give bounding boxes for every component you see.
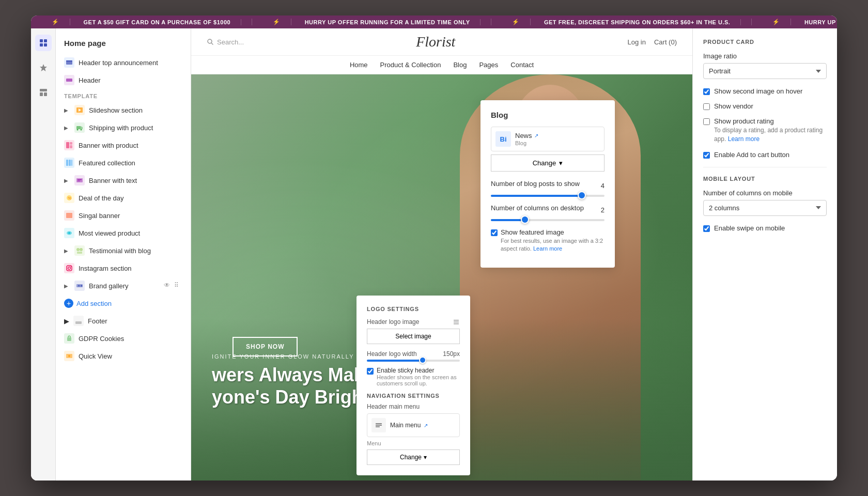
sidebar-item-footer[interactable]: ▶ Footer xyxy=(56,312,191,330)
blog-posts-track[interactable] xyxy=(491,195,605,197)
eye-icon[interactable]: 👁 xyxy=(164,282,172,290)
svg-rect-20 xyxy=(69,160,71,166)
sidebar-item-single-banner[interactable]: Singal banner xyxy=(56,207,191,224)
nav-contact[interactable]: Contact xyxy=(510,61,534,69)
header-icon xyxy=(64,75,74,85)
svg-rect-22 xyxy=(76,178,83,182)
sidebar-item-header[interactable]: Header xyxy=(56,71,191,89)
deal-label: Deal of the day xyxy=(79,194,123,202)
customize-icon xyxy=(39,63,48,72)
instagram-icon xyxy=(64,263,74,273)
sidebar-item-most-viewed[interactable]: Most viewed product xyxy=(56,224,191,242)
expand-arrow-footer: ▶ xyxy=(64,317,69,325)
sidebar-item-gdpr[interactable]: GDPR Cookies xyxy=(56,330,191,347)
external-link-icon: ↗ xyxy=(424,423,428,428)
featured-icon xyxy=(64,158,74,168)
svg-point-29 xyxy=(68,232,70,234)
blog-columns-thumb[interactable] xyxy=(521,215,529,224)
expand-arrow-brand: ▶ xyxy=(64,283,68,289)
svg-marker-13 xyxy=(81,126,83,129)
search-box[interactable]: Search... xyxy=(207,38,244,46)
cart-link[interactable]: Cart (0) xyxy=(654,38,677,46)
sidebar-icon-sections[interactable] xyxy=(35,84,52,101)
sidebar-item-slideshow[interactable]: ▶ Slideshow section xyxy=(56,101,191,119)
blog-posts-value: 4 xyxy=(601,182,605,190)
svg-rect-43 xyxy=(454,320,459,321)
rating-learn-more-link[interactable]: Learn more xyxy=(728,135,760,143)
svg-rect-16 xyxy=(66,142,69,148)
sticky-header-checkbox[interactable] xyxy=(367,368,374,375)
sidebar-content: Home page Header top announcement Header xyxy=(56,28,191,481)
blog-columns-fill xyxy=(491,219,525,221)
drag-icon[interactable]: ⠿ xyxy=(174,282,182,290)
svg-point-31 xyxy=(80,248,83,251)
blog-columns-value: 2 xyxy=(601,206,605,214)
shop-now-button[interactable]: SHOP NOW xyxy=(233,337,298,357)
logo-width-thumb[interactable] xyxy=(419,357,426,364)
logo-width-track[interactable] xyxy=(367,360,460,362)
sidebar-item-featured[interactable]: Featured collection xyxy=(56,154,191,172)
shipping-label: Shipping with product xyxy=(89,124,153,132)
nav-home[interactable]: Home xyxy=(350,61,368,69)
shipping-icon xyxy=(74,122,85,133)
svg-rect-3 xyxy=(44,43,47,47)
mobile-columns-label: Number of columns on mobile xyxy=(703,189,827,197)
announcement-item-3: ⚡ GET FREE, DISCREET SHIPPING ON ORDERS … xyxy=(491,19,752,25)
rating-hint: To display a rating, add a product ratin… xyxy=(714,126,827,144)
sidebar-item-testimonial[interactable]: ▶ Testimonial with blog xyxy=(56,242,191,259)
sidebar-item-instagram[interactable]: Instagram section xyxy=(56,259,191,277)
svg-rect-32 xyxy=(77,252,82,254)
menu-item-icon xyxy=(371,418,386,432)
expand-arrow-slideshow: ▶ xyxy=(64,107,68,113)
show-image-checkbox[interactable] xyxy=(491,229,498,236)
swipe-label: Enable swipe on mobile xyxy=(714,224,785,232)
show-image-label-group: Show featured image For best results, us… xyxy=(501,228,605,253)
add-to-cart-checkbox[interactable] xyxy=(703,152,710,159)
blog-change-button[interactable]: Change ▾ xyxy=(491,154,605,172)
blog-item-icon: Bi xyxy=(495,131,511,147)
change-menu-button[interactable]: Change ▾ xyxy=(367,450,460,465)
sidebar-icon-pages[interactable] xyxy=(35,35,52,51)
blog-learn-more-link[interactable]: Learn more xyxy=(533,245,562,252)
sidebar-icon-customize[interactable] xyxy=(35,59,52,76)
sidebar-item-header-top[interactable]: Header top announcement xyxy=(56,54,191,71)
swipe-checkbox[interactable] xyxy=(703,225,710,232)
blog-columns-track[interactable] xyxy=(491,219,605,221)
nav-pages[interactable]: Pages xyxy=(479,61,498,69)
add-section-button[interactable]: + Add section xyxy=(56,295,191,312)
logo-settings-panel: LOGO SETTINGS Header logo image Select i… xyxy=(357,296,470,475)
brand-actions: 👁 ⠿ xyxy=(164,282,182,290)
sidebar-item-deal[interactable]: % Deal of the day xyxy=(56,189,191,207)
mobile-columns-select[interactable]: 1 column 2 columns xyxy=(703,200,827,216)
svg-rect-12 xyxy=(76,126,81,129)
svg-rect-1 xyxy=(44,39,47,42)
blog-posts-fill xyxy=(491,195,582,197)
nav-product[interactable]: Product & Collection xyxy=(380,61,441,69)
rating-row: Show product rating To display a rating,… xyxy=(703,117,827,144)
sidebar-item-quickview[interactable]: Quick View xyxy=(56,347,191,365)
featured-label: Featured collection xyxy=(79,159,135,167)
sidebar-item-banner-text[interactable]: ▶ Banner with text xyxy=(56,172,191,189)
svg-rect-47 xyxy=(376,425,382,426)
sidebar-title: Home page xyxy=(56,35,191,54)
image-ratio-select[interactable]: Portrait Square Landscape Natural xyxy=(703,63,827,79)
add-to-cart-label: Enable Add to cart button xyxy=(714,151,789,159)
svg-point-35 xyxy=(70,266,71,267)
sidebar-item-shipping[interactable]: ▶ Shipping with product xyxy=(56,119,191,136)
blog-posts-thumb[interactable] xyxy=(578,191,586,199)
slideshow-icon xyxy=(74,105,85,115)
nav-blog[interactable]: Blog xyxy=(453,61,467,69)
blog-columns-label: Number of columns on desktop xyxy=(491,204,584,212)
main-frame: ⚡ GET A $50 GIFT CARD ON A PURCHASE OF $… xyxy=(31,16,837,481)
sections-icon xyxy=(39,88,48,97)
sidebar-item-brand[interactable]: ▶ ★★ Brand gallery 👁 ⠿ xyxy=(56,277,191,295)
rating-checkbox[interactable] xyxy=(703,118,710,125)
vendor-checkbox[interactable] xyxy=(703,103,710,110)
svg-rect-8 xyxy=(66,60,72,61)
login-link[interactable]: Log in xyxy=(628,38,646,46)
select-image-button[interactable]: Select image xyxy=(367,329,460,344)
sidebar-item-banner-product[interactable]: Banner with product xyxy=(56,136,191,154)
second-image-checkbox[interactable] xyxy=(703,88,710,95)
vendor-label: Show vendor xyxy=(714,102,753,110)
swipe-row: Enable swipe on mobile xyxy=(703,224,827,232)
